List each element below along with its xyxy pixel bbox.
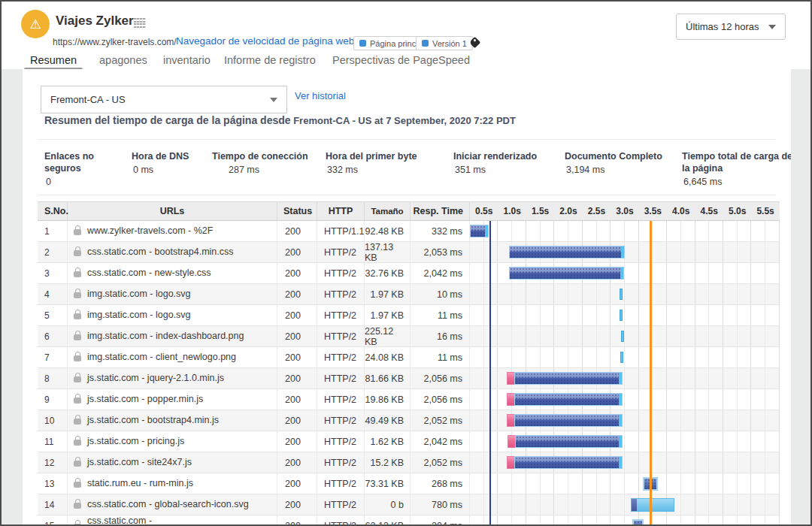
tab-perspectivas-de-pagespeed[interactable]: Perspectivas de PageSpeed	[332, 54, 470, 66]
waterfall-tick[interactable]	[620, 352, 623, 363]
table-row[interactable]: 7img.static.com - client_newlogo.png200H…	[38, 347, 780, 368]
table-row[interactable]: 2css.static.com - bootstrap4.min.css200H…	[38, 242, 780, 263]
cell-resp-time: 2,056 ms	[411, 389, 470, 410]
cell-url: img.static.com - logo.svg	[68, 284, 277, 304]
cell-sno: 13	[38, 473, 68, 494]
cell-status: 200	[277, 494, 317, 515]
summary-heading: Resumen del tiempo de carga de la página…	[44, 114, 516, 126]
table-row[interactable]: 3css.static.com - new-style.css200HTTP/2…	[38, 263, 780, 284]
cell-size: 1.62 KB	[365, 431, 411, 452]
col-status: Status	[277, 202, 317, 220]
lock-icon	[74, 482, 81, 488]
document-complete-marker	[650, 221, 652, 526]
cell-url: img.static.com - index-dashboard.png	[68, 326, 277, 346]
tab-inventario[interactable]: inventario	[163, 54, 211, 66]
table-row[interactable]: 6img.static.com - index-dashboard.png200…	[38, 326, 780, 347]
metric-label: Iniciar renderizado	[453, 150, 551, 162]
cell-http: HTTP/2	[317, 326, 365, 346]
url-text: www.zylker-travels.com - %2F	[87, 226, 213, 236]
cell-url: js.static.com - site24x7.js	[68, 452, 277, 473]
url-text: js.static.com - popper.min.js	[87, 394, 203, 404]
waterfall-bar[interactable]	[509, 246, 625, 258]
table-row[interactable]: 12js.static.com - site24x7.js200HTTP/215…	[38, 452, 780, 473]
cell-size: 32.76 KB	[365, 263, 411, 283]
cell-url: css.static.com - bootstrap4.min.css	[68, 242, 277, 262]
cell-sno: 3	[38, 263, 68, 283]
bar-connect-segment	[507, 393, 514, 406]
cell-timeline	[470, 389, 780, 410]
time-tick: 4.0s	[667, 206, 695, 216]
cell-sno: 1	[38, 221, 68, 241]
time-range-select[interactable]: Últimas 12 horas	[676, 14, 786, 40]
location-select[interactable]: Fremont-CA - US	[41, 86, 287, 113]
monitor-url: https://www.zylker-travels.com/	[53, 37, 177, 47]
waterfall-bar[interactable]	[632, 519, 644, 526]
waterfall-table: S.No. URLs Status HTTP Tamaño Resp. Time…	[38, 201, 780, 526]
waterfall-bar[interactable]	[507, 393, 623, 406]
cell-sno: 9	[38, 389, 68, 410]
cell-size: 225.12 KB	[365, 326, 411, 346]
metric-value: 3,194 ms	[565, 165, 674, 175]
table-row[interactable]: 11js.static.com - pricing.js200HTTP/21.6…	[38, 431, 780, 452]
time-tick: 0.5s	[470, 206, 498, 216]
metric-value: 287 ms	[212, 165, 317, 175]
table-row[interactable]: 1www.zylker-travels.com - %2F200HTTP/1.1…	[38, 221, 780, 242]
cell-url: js.static.com - bootstrap4.min.js	[68, 410, 277, 431]
time-tick: 1.5s	[526, 206, 554, 216]
cell-url: img.static.com - client_newlogo.png	[68, 347, 277, 367]
table-row[interactable]: 9js.static.com - popper.min.js200HTTP/21…	[38, 389, 780, 410]
url-text: css.static.com - new-style.css	[87, 268, 211, 278]
table-row[interactable]: 10js.static.com - bootstrap4.min.js200HT…	[38, 410, 780, 431]
divider	[38, 195, 776, 195]
metric-label: Documento Completo	[565, 150, 674, 162]
view-history-link[interactable]: Ver historial	[295, 90, 346, 101]
waterfall-bar[interactable]	[470, 225, 489, 237]
waterfall-bar[interactable]	[509, 267, 624, 280]
cell-http: HTTP/2	[317, 263, 365, 283]
bar-connect-segment	[507, 456, 514, 469]
cell-status: 200	[277, 221, 317, 241]
cell-resp-time: 780 ms	[411, 494, 470, 515]
cell-status: 200	[277, 347, 317, 367]
cell-status: 200	[277, 515, 317, 526]
monitor-warning-avatar: ⚠	[21, 10, 50, 38]
cell-timeline	[470, 347, 780, 367]
metric-label: Hora de DNS	[132, 150, 207, 162]
waterfall-tick[interactable]	[620, 310, 623, 321]
waterfall-bar[interactable]	[507, 414, 623, 427]
list-menu-icon[interactable]	[134, 18, 146, 28]
bar-end-segment	[619, 394, 622, 405]
cell-resp-time: 2,052 ms	[411, 452, 470, 473]
table-row[interactable]: 15css.static.com -proxima-reg-webfo200HT…	[38, 515, 780, 526]
bar-connect-segment	[508, 435, 515, 448]
table-row[interactable]: 13static.rum.eu - rum-min.js200HTTP/273.…	[38, 473, 780, 494]
badge-version[interactable]: Versión 1	[416, 36, 473, 50]
waterfall-tick[interactable]	[620, 289, 623, 300]
waterfall-bar[interactable]	[507, 372, 623, 385]
table-row[interactable]: 5img.static.com - logo.svg200HTTP/21.97 …	[38, 305, 780, 326]
tab-resumen[interactable]: Resumen	[30, 54, 77, 66]
cell-timeline	[470, 431, 780, 452]
bar-end-segment	[619, 415, 622, 426]
col-urls: URLs	[68, 202, 277, 220]
tab-informe-de-registro[interactable]: Informe de registro	[224, 54, 316, 66]
cell-size: 137.13 KB	[365, 242, 411, 262]
cell-resp-time: 11 ms	[411, 347, 470, 367]
web-speed-browser-link[interactable]: Navegador de velocidad de página web ()	[176, 35, 364, 47]
url-text: img.static.com - logo.svg	[87, 289, 191, 299]
time-tick: 2.0s	[554, 206, 582, 216]
metric: Documento Completo3,194 ms	[565, 150, 674, 175]
waterfall-tick[interactable]	[621, 331, 624, 342]
col-resp-time: Resp. Time	[411, 202, 470, 220]
table-row[interactable]: 8js.static.com - jquery-2.1.0.min.js200H…	[38, 368, 780, 389]
waterfall-bar[interactable]	[508, 435, 623, 448]
chevron-down-icon	[768, 25, 776, 29]
page-speed-dashboard: ⚠ Viajes Zylker https://www.zylker-trave…	[0, 0, 812, 526]
tab-apagones[interactable]: apagones	[99, 54, 147, 66]
table-row[interactable]: 14css.static.com - global-search-icon.sv…	[38, 494, 780, 515]
table-row[interactable]: 4img.static.com - logo.svg200HTTP/21.97 …	[38, 284, 780, 305]
url-text: css.static.com -proxima-reg-webfo	[87, 516, 165, 526]
waterfall-bar[interactable]	[507, 456, 623, 469]
waterfall-bar[interactable]	[631, 498, 674, 512]
cell-sno: 10	[38, 410, 68, 431]
